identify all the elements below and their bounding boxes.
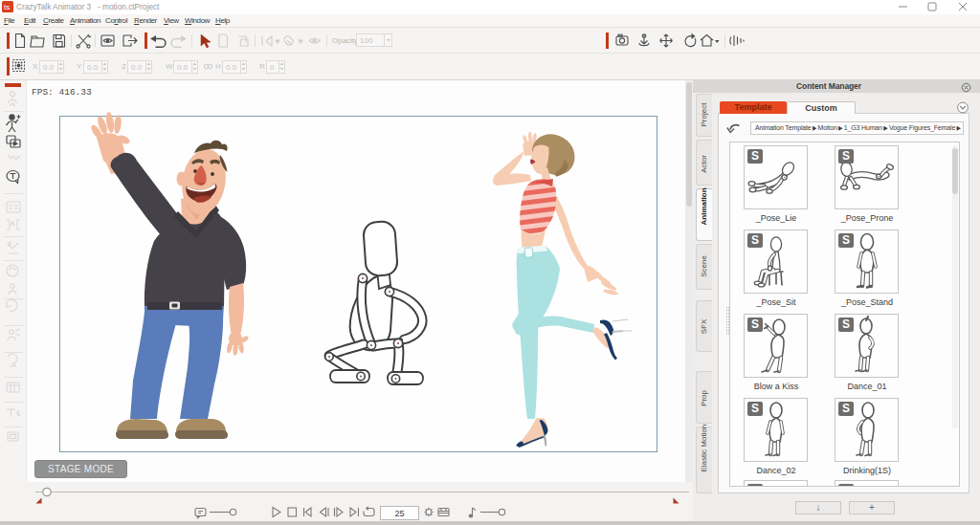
svg-text:ts: ts	[4, 3, 10, 11]
